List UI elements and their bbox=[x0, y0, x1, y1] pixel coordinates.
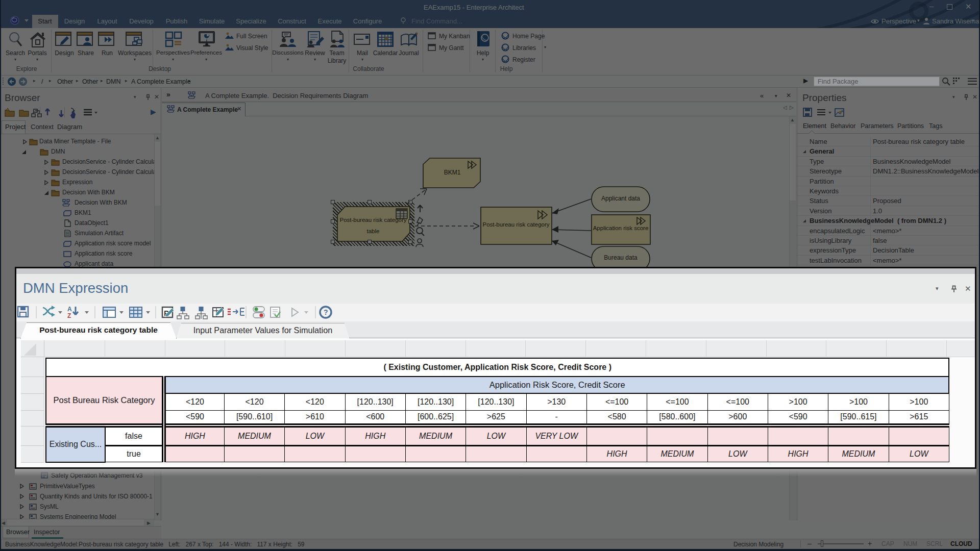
svg-text:?: ? bbox=[324, 308, 328, 316]
svg-text:A: A bbox=[67, 306, 72, 313]
svg-text:Z: Z bbox=[67, 312, 71, 319]
